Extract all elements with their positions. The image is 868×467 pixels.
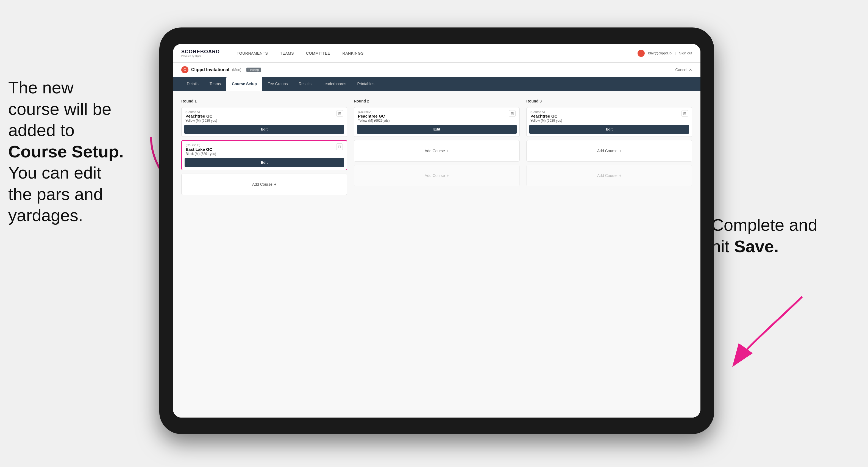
nav-right: blair@clippd.io | Sign out [638,50,692,57]
round-2-column: Round 2 (Course A) Peachtree GC Yellow (… [354,99,520,198]
round1-course-b-tee: Black (M) (6891 yds) [186,152,216,156]
round1-course-a-name: Peachtree GC [185,114,217,118]
tab-teams[interactable]: Teams [204,77,226,91]
tournament-badge: Hosting [246,68,261,72]
c-logo-icon: C [181,66,188,73]
round1-course-a-label: (Course A) [185,110,217,114]
round2-course-a-name: Peachtree GC [358,114,390,118]
top-nav: SCOREBOARD Powered by clippd TOURNAMENTS… [173,44,701,63]
tab-course-setup[interactable]: Course Setup [226,77,262,91]
round1-course-a-tee: Yellow (M) (6629 yds) [185,119,217,123]
round1-course-b-edit-button[interactable]: Edit [185,158,344,167]
round1-course-a-card: (Course A) Peachtree GC Yellow (M) (6629… [181,107,347,137]
round2-course-a-edit-button[interactable]: Edit [357,125,517,134]
round2-add-course-disabled-label: Add Course [425,173,445,178]
logo-scoreboard: SCOREBOARD [181,49,220,55]
round-3-label: Round 3 [526,99,692,103]
round1-course-b-card: (Course B) East Lake GC Black (M) (6891 … [181,140,347,170]
round2-add-course-label: Add Course [425,149,445,153]
main-content: Round 1 (Course A) Peachtree GC Yellow (… [173,91,701,417]
nav-link-tournaments[interactable]: TOURNAMENTS [231,44,274,63]
round1-course-a-delete-button[interactable]: ⊟ [337,110,343,117]
tablet: SCOREBOARD Powered by clippd TOURNAMENTS… [159,28,714,434]
nav-avatar [638,50,645,57]
tournament-title-area: C Clippd Invitational (Men) Hosting [181,66,261,73]
round1-add-course-label: Add Course [252,182,273,187]
round1-course-a-edit-button[interactable]: Edit [184,125,344,134]
cancel-button[interactable]: Cancel ✕ [675,68,692,72]
tab-tee-groups[interactable]: Tee Groups [262,77,293,91]
tab-results[interactable]: Results [293,77,317,91]
round3-course-a-card: (Course A) Peachtree GC Yellow (M) (6629… [526,107,692,137]
round2-course-a-label: (Course A) [358,110,390,114]
round2-add-plus-disabled-icon: + [446,173,449,178]
round3-course-a-tee: Yellow (M) (6629 yds) [530,119,562,123]
nav-link-teams[interactable]: TEAMS [274,44,300,63]
round3-course-a-label: (Course A) [530,110,562,114]
round1-add-course-button[interactable]: Add Course + [181,174,347,195]
round1-course-b-label: (Course B) [186,144,216,147]
logo-area: SCOREBOARD Powered by clippd [181,49,220,57]
nav-link-rankings[interactable]: RANKINGS [337,44,370,63]
round1-course-b-name: East Lake GC [186,147,216,152]
nav-links: TOURNAMENTS TEAMS COMMITTEE RANKINGS [231,44,638,63]
tablet-screen: SCOREBOARD Powered by clippd TOURNAMENTS… [173,44,701,417]
annotation-right: Complete and hit Save. [711,214,827,257]
tournament-gender: (Men) [232,68,242,72]
round3-add-plus-disabled-icon: + [619,173,621,178]
round3-course-a-name: Peachtree GC [530,114,562,118]
cancel-x-icon: ✕ [689,68,692,72]
round-1-column: Round 1 (Course A) Peachtree GC Yellow (… [181,99,347,198]
round-1-label: Round 1 [181,99,347,103]
arrow-right [725,291,813,374]
tab-leaderboards[interactable]: Leaderboards [317,77,351,91]
sign-out-link[interactable]: Sign out [679,51,692,55]
rounds-container: Round 1 (Course A) Peachtree GC Yellow (… [181,99,692,198]
nav-link-committee[interactable]: COMMITTEE [300,44,337,63]
round2-course-a-card: (Course A) Peachtree GC Yellow (M) (6629… [354,107,520,137]
round-2-label: Round 2 [354,99,520,103]
tab-details[interactable]: Details [181,77,204,91]
round3-add-course-disabled-label: Add Course [597,173,618,178]
nav-email: blair@clippd.io [648,51,671,55]
round3-course-a-edit-button[interactable]: Edit [529,125,689,134]
round3-add-course-button[interactable]: Add Course + [526,140,692,161]
round-3-column: Round 3 (Course A) Peachtree GC Yellow (… [526,99,692,198]
round2-add-course-button[interactable]: Add Course + [354,140,520,161]
tabs-bar: Details Teams Course Setup Tee Groups Re… [173,77,701,91]
tab-printables[interactable]: Printables [352,77,380,91]
round3-course-a-delete-button[interactable]: ⊟ [681,110,688,117]
round2-course-a-delete-button[interactable]: ⊟ [509,110,516,117]
round2-add-plus-icon: + [446,149,449,153]
tournament-bar: C Clippd Invitational (Men) Hosting Canc… [173,63,701,77]
round1-course-b-delete-button[interactable]: ⊟ [336,144,343,150]
round1-add-plus-icon: + [274,182,276,187]
round2-add-course-disabled-button: Add Course + [354,165,520,186]
round3-add-course-disabled-button: Add Course + [526,165,692,186]
round3-add-plus-icon: + [619,149,621,153]
tournament-name: Clippd Invitational [191,67,229,72]
round3-add-course-label: Add Course [597,149,618,153]
round2-course-a-tee: Yellow (M) (6629 yds) [358,119,390,123]
logo-sub: Powered by clippd [181,55,220,57]
